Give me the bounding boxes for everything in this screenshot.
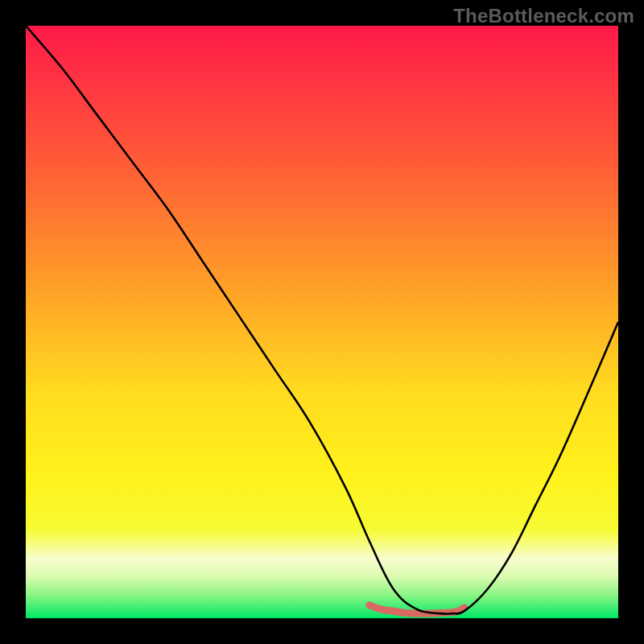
chart-svg — [26, 26, 618, 618]
watermark-text: TheBottleneck.com — [453, 5, 634, 27]
chart-frame: TheBottleneck.com — [0, 0, 644, 644]
gradient-background — [26, 26, 618, 618]
plot-area — [26, 26, 618, 618]
